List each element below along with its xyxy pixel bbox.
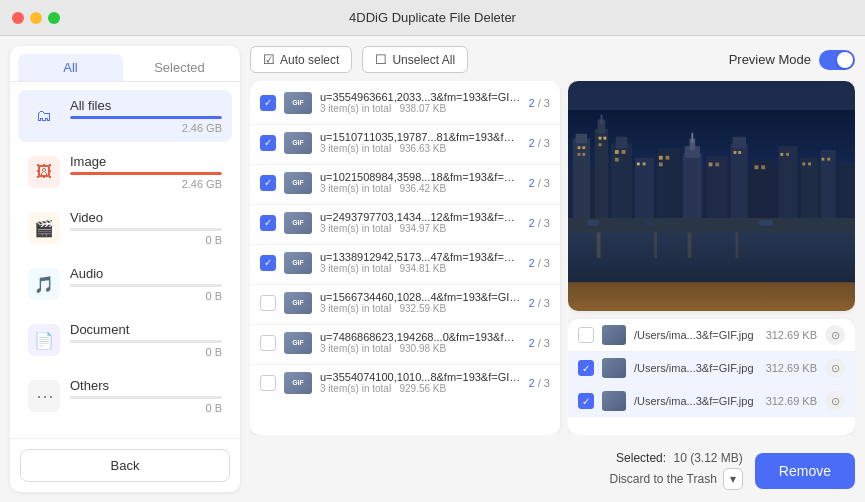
file-group-header: GIF u=3554074100,1010...8&fm=193&f=GIF.j… [260, 371, 550, 394]
svg-rect-23 [578, 146, 581, 149]
file-group-check[interactable]: ✓ [260, 255, 276, 271]
auto-select-icon: ☑ [263, 52, 275, 67]
remove-button[interactable]: Remove [755, 453, 855, 489]
sidebar-item-image[interactable]: 🖼 Image 2.46 GB [18, 146, 232, 198]
others-size: 0 B [70, 402, 222, 414]
preview-mode-toggle[interactable] [819, 50, 855, 70]
file-group-meta: 3 item(s) in total 936.63 KB [320, 143, 521, 154]
sidebar-item-others[interactable]: ⋯ Others 0 B [18, 370, 232, 422]
unselect-all-button[interactable]: ☐ Unselect All [362, 46, 468, 73]
video-bar-wrap [70, 228, 222, 231]
svg-rect-49 [827, 158, 830, 161]
audio-label: Audio [70, 266, 222, 281]
file-group[interactable]: GIF u=3554074100,1010...8&fm=193&f=GIF.j… [250, 365, 560, 404]
svg-rect-36 [666, 156, 670, 160]
file-group[interactable]: ✓ GIF u=3554963661,2033...3&fm=193&f=GIF… [250, 85, 560, 125]
sidebar-item-document[interactable]: 📄 Document 0 B [18, 314, 232, 366]
sidebar-item-audio[interactable]: 🎵 Audio 0 B [18, 258, 232, 310]
allfiles-size: 2.46 GB [70, 122, 222, 134]
file-group[interactable]: ✓ GIF u=1021508984,3598...18&fm=193&f=GI… [250, 165, 560, 205]
svg-rect-56 [654, 229, 657, 258]
file-copy-item[interactable]: /Users/ima...3&f=GIF.jpg 312.69 KB ⊙ [568, 319, 855, 352]
svg-rect-4 [595, 129, 608, 225]
svg-rect-55 [597, 229, 601, 258]
copy-thumb [602, 391, 626, 411]
file-group[interactable]: GIF u=7486868623,194268...0&fm=193&f=GIF… [250, 325, 560, 365]
sidebar-tabs: All Selected [10, 46, 240, 82]
file-group-check[interactable] [260, 295, 276, 311]
auto-select-button[interactable]: ☑ Auto select [250, 46, 352, 73]
file-group-meta: 3 item(s) in total 938.07 KB [320, 103, 521, 114]
file-group[interactable]: ✓ GIF u=2493797703,1434...12&fm=193&f=GI… [250, 205, 560, 245]
copy-path: /Users/ima...3&f=GIF.jpg [634, 362, 758, 374]
copy-check[interactable] [578, 327, 594, 343]
file-group[interactable]: GIF u=1566734460,1028...4&fm=193&f=GIF.j… [250, 285, 560, 325]
svg-rect-19 [778, 146, 797, 224]
file-group-count: 2 / 3 [529, 337, 550, 349]
discard-select[interactable]: ▾ [723, 468, 743, 490]
svg-rect-18 [752, 160, 776, 225]
file-thumb: GIF [284, 332, 312, 354]
close-button[interactable] [12, 12, 24, 24]
file-group-name: u=2493797703,1434...12&fm=193&f=GIF.jpg [320, 211, 521, 223]
auto-select-label: Auto select [280, 53, 339, 67]
copy-size: 312.69 KB [766, 329, 817, 341]
svg-rect-33 [637, 163, 640, 166]
file-group-info: u=3554963661,2033...3&fm=193&f=GIF.jpg 3… [320, 91, 521, 114]
copy-check[interactable]: ✓ [578, 393, 594, 409]
file-copy-item[interactable]: ✓ /Users/ima...3&f=GIF.jpg 312.69 KB ⊙ [568, 385, 855, 417]
allfiles-bar-wrap [70, 116, 222, 119]
svg-rect-11 [683, 153, 702, 225]
sidebar-item-allfiles[interactable]: 🗂 All files 2.46 GB [18, 90, 232, 142]
middle-section: ✓ GIF u=3554963661,2033...3&fm=193&f=GIF… [250, 81, 855, 435]
sidebar-item-video[interactable]: 🎬 Video 0 B [18, 202, 232, 254]
file-group-info: u=1510711035,19787...81&fm=193&f=GIF.jpg… [320, 131, 521, 154]
svg-rect-38 [709, 163, 713, 167]
allfiles-icon: 🗂 [28, 100, 60, 132]
svg-rect-26 [582, 153, 585, 156]
video-label: Video [70, 210, 222, 225]
others-icon: ⋯ [28, 380, 60, 412]
file-group-check[interactable]: ✓ [260, 135, 276, 151]
svg-rect-43 [761, 165, 765, 169]
back-button[interactable]: Back [20, 449, 230, 482]
file-group-check[interactable] [260, 375, 276, 391]
svg-rect-41 [738, 151, 741, 154]
copy-check[interactable]: ✓ [578, 360, 594, 376]
file-group-check[interactable]: ✓ [260, 175, 276, 191]
tab-all[interactable]: All [18, 54, 123, 81]
file-copy-item[interactable]: ✓ /Users/ima...3&f=GIF.jpg 312.69 KB ⊙ [568, 352, 855, 385]
file-thumb: GIF [284, 292, 312, 314]
svg-rect-47 [808, 163, 811, 166]
svg-rect-24 [582, 146, 585, 149]
copy-size: 312.69 KB [766, 395, 817, 407]
copy-action[interactable]: ⊙ [825, 391, 845, 411]
tab-selected[interactable]: Selected [127, 54, 232, 81]
file-group-count: 2 / 3 [529, 377, 550, 389]
file-thumb: GIF [284, 252, 312, 274]
svg-rect-45 [786, 153, 789, 156]
title-bar: 4DDiG Duplicate File Deleter [0, 0, 865, 36]
file-group[interactable]: ✓ GIF u=1338912942,5173...47&fm=193&f=GI… [250, 245, 560, 285]
svg-rect-22 [839, 163, 855, 225]
file-group-check[interactable] [260, 335, 276, 351]
allfiles-label: All files [70, 98, 222, 113]
file-list: ✓ GIF u=3554963661,2033...3&fm=193&f=GIF… [250, 81, 560, 435]
file-group[interactable]: ✓ GIF u=1510711035,19787...81&fm=193&f=G… [250, 125, 560, 165]
audio-bar-wrap [70, 284, 222, 287]
svg-rect-6 [601, 115, 603, 125]
svg-rect-14 [691, 133, 693, 143]
file-group-info: u=3554074100,1010...8&fm=193&f=GIF.jpg 3… [320, 371, 521, 394]
file-group-meta: 3 item(s) in total 932.59 KB [320, 303, 521, 314]
svg-rect-48 [822, 158, 825, 161]
file-group-check[interactable]: ✓ [260, 95, 276, 111]
file-group-count: 2 / 3 [529, 297, 550, 309]
file-group-header: ✓ GIF u=3554963661,2033...3&fm=193&f=GIF… [260, 91, 550, 114]
file-group-meta: 3 item(s) in total 930.98 KB [320, 343, 521, 354]
file-group-check[interactable]: ✓ [260, 215, 276, 231]
maximize-button[interactable] [48, 12, 60, 24]
svg-rect-32 [615, 158, 619, 162]
copy-action[interactable]: ⊙ [825, 358, 845, 378]
copy-action[interactable]: ⊙ [825, 325, 845, 345]
minimize-button[interactable] [30, 12, 42, 24]
